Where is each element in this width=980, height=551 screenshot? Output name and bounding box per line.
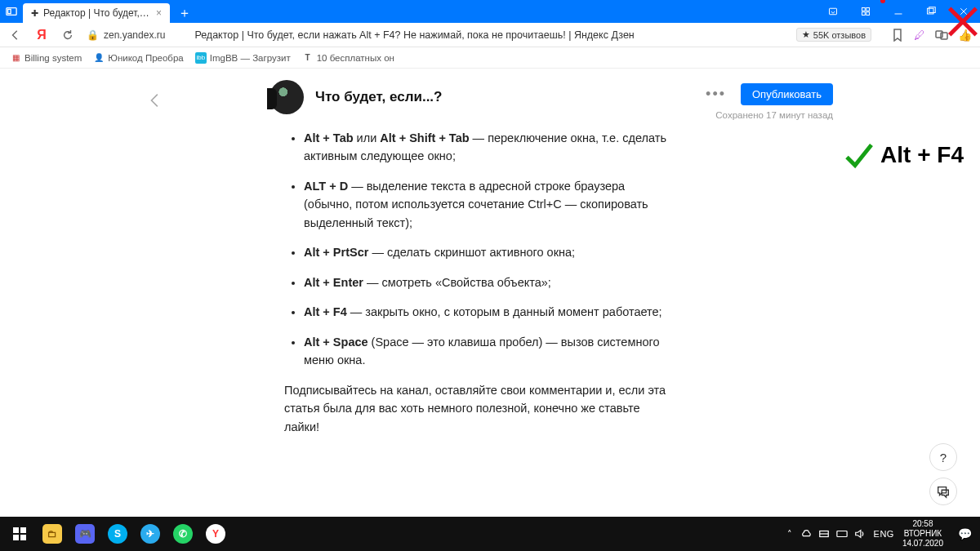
feedback-button[interactable] xyxy=(929,478,957,505)
back-button[interactable] xyxy=(8,28,23,42)
tab-close-icon[interactable]: × xyxy=(156,7,162,19)
task-view-icon[interactable] xyxy=(0,0,23,23)
yandex-browser-icon[interactable]: Y xyxy=(199,517,232,551)
editor-back-button[interactable] xyxy=(147,91,165,113)
svg-rect-3 xyxy=(862,8,866,11)
svg-marker-21 xyxy=(855,531,860,538)
new-tab-button[interactable]: ＋ xyxy=(175,3,194,23)
sync-icon[interactable] xyxy=(817,0,849,23)
bookmark-item[interactable]: T10 бесплатных он xyxy=(302,52,394,64)
svg-rect-17 xyxy=(20,535,26,540)
annotation-overlay: Alt + F4 xyxy=(843,139,964,171)
svg-rect-8 xyxy=(928,8,934,14)
reload-button[interactable] xyxy=(60,28,75,42)
shortcut-item: Alt + F4 — закрыть окно, с которым в дан… xyxy=(304,303,676,321)
svg-rect-6 xyxy=(866,12,870,16)
save-status: Сохранено 17 минут назад xyxy=(715,110,833,120)
bookmark-item[interactable]: 👤Юникод Преобра xyxy=(93,52,183,64)
bookmarks-bar: ▦Billing system 👤Юникод Преобра ibbImgBB… xyxy=(0,47,980,69)
network-icon[interactable] xyxy=(818,528,830,540)
address-field[interactable]: 🔒 zen.yandex.ru xyxy=(87,29,165,41)
svg-rect-12 xyxy=(936,31,942,38)
channel-title: Что будет, если...? xyxy=(315,89,442,105)
shortcut-item: ALT + D — выделение текста в адресной ст… xyxy=(304,177,676,232)
reviews-text: 55K отзывов xyxy=(813,30,866,40)
extensions-icon[interactable] xyxy=(849,0,882,23)
yandex-logo[interactable]: Я xyxy=(34,28,49,42)
svg-rect-16 xyxy=(13,535,19,540)
tab-title: Редактор | Что будет, ес xyxy=(43,7,151,19)
svg-rect-9 xyxy=(929,7,936,13)
publish-button[interactable]: Опубликовать xyxy=(741,83,833,105)
shortcut-item: Alt + PrtScr — сделать скриншот активног… xyxy=(304,243,676,261)
discord-icon[interactable]: 🎮 xyxy=(69,517,101,551)
browser-tab[interactable]: ✚ Редактор | Что будет, ес × xyxy=(23,3,170,23)
telegram-icon[interactable]: ✈ xyxy=(134,517,167,551)
start-button[interactable] xyxy=(3,517,36,551)
shortcut-item: Alt + Tab или Alt + Shift + Tab — перекл… xyxy=(304,129,676,166)
svg-rect-4 xyxy=(866,8,870,11)
help-button[interactable]: ? xyxy=(929,443,957,471)
more-menu-icon[interactable]: ••• xyxy=(706,86,726,103)
system-tray[interactable] xyxy=(800,528,866,540)
close-button[interactable] xyxy=(947,0,980,23)
check-icon xyxy=(843,139,875,171)
lock-icon: 🔒 xyxy=(87,29,99,41)
star-icon: ★ xyxy=(802,29,810,40)
translate-icon[interactable] xyxy=(935,29,948,42)
annotation-text: Alt + F4 xyxy=(880,142,964,168)
url-host: zen.yandex.ru xyxy=(104,29,165,41)
channel-avatar[interactable] xyxy=(270,80,304,114)
input-icon[interactable] xyxy=(836,528,848,540)
tray-chevron-icon[interactable]: ˄ xyxy=(787,529,792,540)
bookmark-item[interactable]: ibbImgBB — Загрузит xyxy=(195,52,291,64)
language-indicator[interactable]: ENG xyxy=(874,529,894,539)
zen-favicon: ✚ xyxy=(31,8,38,19)
reviews-badge[interactable]: ★ 55K отзывов xyxy=(796,28,871,42)
bookmark-icon[interactable] xyxy=(891,29,904,42)
article-body[interactable]: Alt + Tab или Alt + Shift + Tab — перекл… xyxy=(284,129,676,436)
maximize-button[interactable] xyxy=(915,0,947,23)
feather-icon[interactable]: 🖊 xyxy=(914,29,925,42)
shortcut-item: Alt + Enter — смотреть «Свойства объекта… xyxy=(304,273,676,291)
page-title: Редактор | Что будет, если нажать Alt + … xyxy=(194,29,634,41)
svg-rect-13 xyxy=(941,33,947,39)
shortcut-item: Alt + Space (Space — это клавиша пробел)… xyxy=(304,333,676,370)
svg-rect-20 xyxy=(836,531,846,537)
svg-rect-1 xyxy=(8,9,11,13)
minimize-button[interactable] xyxy=(882,0,915,23)
whatsapp-icon[interactable]: ✆ xyxy=(167,517,199,551)
closing-paragraph: Подписывайтесь на канал, оставляйте свои… xyxy=(284,381,676,436)
clock[interactable]: 20:58 ВТОРНИК 14.07.2020 xyxy=(902,519,950,549)
thumbs-up-icon[interactable]: 👍 xyxy=(958,29,972,42)
bookmark-item[interactable]: ▦Billing system xyxy=(10,52,82,64)
svg-rect-14 xyxy=(13,527,19,533)
svg-rect-5 xyxy=(862,12,866,16)
cloud-icon[interactable] xyxy=(800,528,812,540)
file-explorer-icon[interactable]: 🗀 xyxy=(36,517,69,551)
volume-icon[interactable] xyxy=(854,528,866,540)
svg-rect-15 xyxy=(20,527,26,533)
skype-icon[interactable]: S xyxy=(101,517,134,551)
notifications-icon[interactable]: 💬 xyxy=(958,527,977,540)
